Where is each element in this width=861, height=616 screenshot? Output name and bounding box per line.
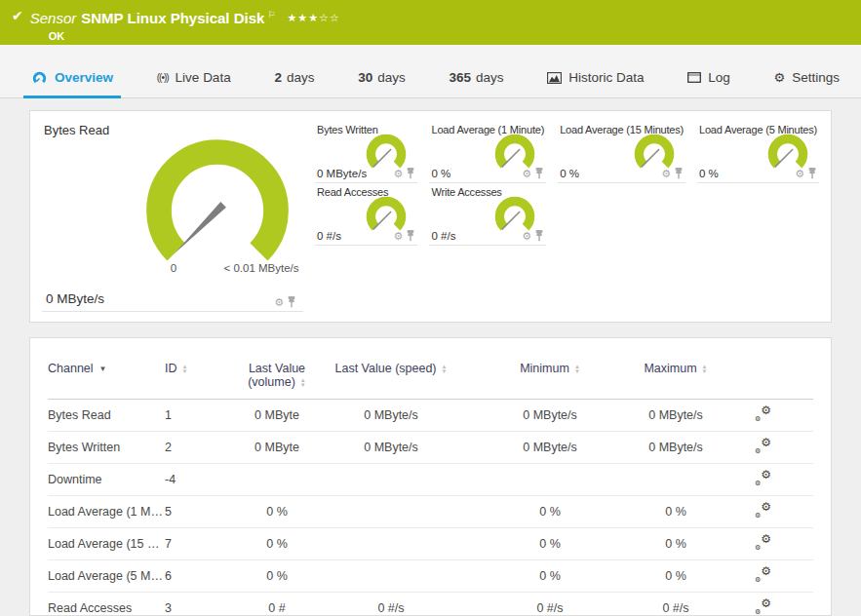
pin-icon[interactable]	[407, 168, 414, 179]
minimum-value: 0 MByte/s	[461, 400, 639, 432]
tab-number: 2	[274, 70, 282, 85]
primary-gauge: 0 < 0.01 MByte/s	[130, 137, 305, 284]
sort-icon: ▲▼	[574, 365, 580, 374]
last-value-speed: 0 MByte/s	[321, 400, 461, 432]
gauge-cell-bytes-read: Bytes Read 0 < 0.01 MByte/s 0 MByte/s ⚙	[42, 121, 303, 312]
sensor-title: SNMP Linux Physical Disk	[81, 10, 264, 26]
last-value-speed	[321, 560, 461, 593]
channel-name[interactable]: Downtime	[48, 464, 165, 496]
pin-icon[interactable]	[288, 296, 295, 308]
pin-icon[interactable]	[808, 168, 816, 179]
column-header-edit	[713, 354, 813, 400]
column-header-channel[interactable]: Channel▼	[48, 354, 165, 400]
last-value-volume: 0 %	[233, 560, 321, 593]
tab-30-days[interactable]: 30 days	[350, 70, 413, 98]
column-header-last-value-volume[interactable]: Last Value (volume)▲▼	[233, 354, 321, 400]
tab-live-data[interactable]: ((•)) Live Data	[149, 70, 239, 98]
live-data-icon: ((•))	[157, 72, 169, 83]
edit-channel-icon[interactable]: ⚙⚙	[755, 535, 771, 550]
gauge-cell-load-average-15min: Load Average (15 Minutes) 0 % ⚙	[558, 121, 685, 183]
pin-icon[interactable]	[535, 168, 543, 179]
table-row: Read Accesses 3 0 # 0 #/s 0 #/s 0 #/s ⚙⚙	[48, 593, 813, 616]
minimum-value: 0 %	[461, 496, 639, 528]
gauge-icon	[31, 70, 48, 85]
pin-icon[interactable]	[535, 230, 543, 242]
channel-name[interactable]: Bytes Written	[48, 432, 165, 464]
tab-log[interactable]: Log	[680, 70, 738, 98]
last-value-speed	[321, 464, 461, 496]
tab-overview[interactable]: Overview	[23, 70, 121, 98]
gauge-title: Bytes Read	[44, 123, 301, 137]
tab-bar: Overview ((•)) Live Data 2 days 30 days …	[0, 45, 861, 98]
column-header-maximum[interactable]: Maximum▲▼	[639, 354, 713, 400]
last-value-volume: 0 MByte	[233, 432, 321, 464]
edit-channel-icon[interactable]: ⚙⚙	[755, 471, 771, 485]
channels-table: Channel▼ ID▲▼ Last Value (volume)▲▼ Last…	[48, 354, 813, 616]
sort-desc-icon: ▼	[99, 365, 107, 373]
status-badge: OK	[49, 30, 340, 42]
tab-label: Settings	[792, 70, 840, 85]
gauge-value: 0 #/s	[317, 230, 341, 242]
gauge-cell-write-accesses: Write Accesses 0 #/s ⚙	[429, 183, 546, 246]
priority-stars[interactable]: ★★★☆☆	[287, 12, 339, 23]
tab-2-days[interactable]: 2 days	[266, 70, 322, 98]
last-value-speed	[321, 496, 461, 528]
gear-icon[interactable]: ⚙	[394, 169, 404, 179]
maximum-value: 0 #/s	[639, 593, 713, 616]
gear-icon[interactable]: ⚙	[394, 231, 404, 242]
minimum-value	[461, 464, 639, 496]
settings-gear-icon: ⚙	[774, 70, 786, 85]
gear-icon[interactable]: ⚙	[795, 169, 804, 179]
tab-number: 365	[449, 70, 471, 85]
minimum-value: 0 %	[461, 560, 639, 593]
flag-icon[interactable]: ⚐	[267, 10, 275, 19]
channel-name[interactable]: Load Average (15 Mi...	[48, 528, 165, 560]
last-value-volume: 0 #	[233, 593, 321, 616]
gauge-dial	[489, 131, 540, 172]
channel-name[interactable]: Read Accesses	[48, 593, 165, 616]
column-header-last-value-speed[interactable]: Last Value (speed)▲▼	[321, 354, 461, 400]
tab-label: days	[476, 70, 504, 85]
column-header-minimum[interactable]: Minimum▲▼	[461, 354, 639, 400]
gear-icon[interactable]: ⚙	[661, 169, 671, 179]
channel-name[interactable]: Bytes Read	[48, 400, 165, 432]
last-value-volume: 0 %	[233, 496, 321, 528]
tab-365-days[interactable]: 365 days	[441, 70, 511, 98]
channel-id: 1	[165, 400, 233, 432]
pin-icon[interactable]	[675, 168, 683, 179]
table-row: Bytes Read 1 0 MByte 0 MByte/s 0 MByte/s…	[48, 400, 813, 432]
gauge-scale-max: < 0.01 MByte/s	[223, 262, 298, 274]
last-value-volume: 0 %	[233, 528, 321, 560]
tab-settings[interactable]: ⚙ Settings	[766, 70, 847, 98]
edit-channel-icon[interactable]: ⚙⚙	[755, 599, 771, 614]
edit-channel-icon[interactable]: ⚙⚙	[755, 406, 771, 421]
gauge-dial	[489, 193, 540, 234]
sensor-title-block: SensorSNMP Linux Physical Disk⚐★★★☆☆ OK	[30, 7, 340, 42]
table-row: Load Average (15 Mi... 7 0 % 0 % 0 % ⚙⚙	[48, 528, 813, 560]
gauge-value: 0 MByte/s	[317, 168, 367, 179]
tab-number: 30	[358, 70, 372, 85]
edit-channel-icon[interactable]: ⚙⚙	[755, 503, 771, 518]
edit-channel-icon[interactable]: ⚙⚙	[755, 567, 771, 582]
pin-icon[interactable]	[407, 230, 414, 242]
channel-name[interactable]: Load Average (5 Min...	[48, 560, 165, 593]
gauges-panel: Bytes Read 0 < 0.01 MByte/s 0 MByte/s ⚙ …	[29, 110, 832, 323]
gauge-cell-load-average-1min: Load Average (1 Minute) 0 % ⚙	[429, 121, 546, 183]
gear-icon[interactable]: ⚙	[274, 297, 284, 308]
gauge-dial	[629, 131, 680, 172]
gear-icon[interactable]: ⚙	[522, 231, 531, 242]
gauge-cell-load-average-5min: Load Average (5 Minutes) 0 % ⚙	[697, 121, 819, 183]
last-value-volume: 0 MByte	[233, 400, 321, 432]
historic-data-icon	[547, 72, 562, 84]
gear-icon[interactable]: ⚙	[522, 169, 531, 179]
column-header-id[interactable]: ID▲▼	[165, 354, 233, 400]
channel-name[interactable]: Load Average (1 Min...	[48, 496, 165, 528]
channel-id: 7	[165, 528, 233, 560]
maximum-value: 0 MByte/s	[639, 432, 713, 464]
gauge-value: 0 %	[699, 168, 719, 179]
tab-historic-data[interactable]: Historic Data	[539, 70, 651, 98]
maximum-value	[639, 464, 713, 496]
edit-channel-icon[interactable]: ⚙⚙	[755, 439, 771, 453]
maximum-value: 0 %	[639, 496, 713, 528]
sensor-header: ✔ SensorSNMP Linux Physical Disk⚐★★★☆☆ O…	[0, 0, 861, 45]
